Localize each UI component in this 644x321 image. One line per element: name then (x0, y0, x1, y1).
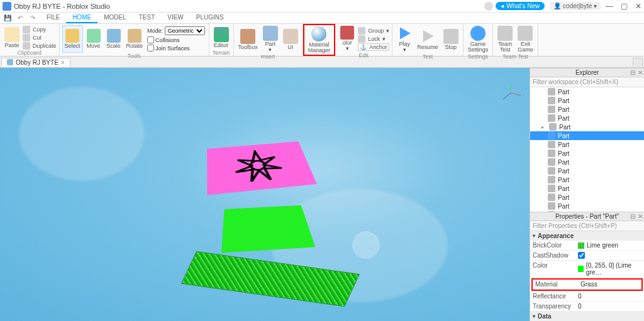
maximize-button[interactable]: ▢ (621, 2, 628, 11)
part-icon (548, 167, 555, 175)
green-part[interactable] (221, 205, 315, 253)
exit-game-button[interactable]: Exit Game (516, 25, 535, 53)
castshadow-checkbox[interactable] (578, 252, 585, 259)
tree-item-part[interactable]: Part (530, 175, 644, 184)
moon-icon (352, 231, 380, 259)
tree-item-part[interactable]: Part (530, 114, 644, 122)
document-tab-close[interactable]: × (61, 59, 65, 66)
viewport-3d[interactable] (0, 68, 530, 321)
part-icon (548, 202, 555, 210)
user-badge[interactable]: 👤 coderjbyte ▾ (550, 2, 601, 10)
group-button[interactable]: Group ▾ (358, 27, 389, 35)
app-icon (3, 2, 11, 11)
copy-button[interactable]: Copy (23, 26, 57, 33)
minimize-button[interactable]: — (606, 2, 613, 11)
explorer-tree[interactable]: PartPartPartPart▸PartPartPartPartPartPar… (530, 87, 644, 212)
properties-pin-icon[interactable]: ⊟ (630, 213, 635, 220)
qat-save-icon[interactable]: 💾 (3, 14, 13, 23)
qat-redo-icon[interactable]: ↷ (28, 14, 38, 23)
cut-button[interactable]: Cut (23, 34, 57, 41)
title-bar: Obby RJ BYTE - Roblox Studio ● What's Ne… (0, 0, 644, 13)
tree-item-part[interactable]: Part (530, 131, 644, 140)
tree-item-part[interactable]: ▸Part (530, 122, 644, 131)
tree-item-part[interactable]: Part (530, 166, 644, 175)
part-icon (548, 150, 555, 157)
mode-select[interactable]: Geometric (165, 26, 205, 35)
tree-item-part[interactable]: Part (530, 140, 644, 149)
properties-filter[interactable]: Filter Properties (Ctrl+Shift+P) (530, 221, 644, 231)
tree-item-part[interactable]: Part (530, 149, 644, 158)
resume-button[interactable]: Resume (415, 25, 440, 53)
team-test-button[interactable]: Team Test (496, 25, 514, 53)
collab-icon[interactable] (484, 2, 493, 11)
part-button[interactable]: Part▾ (261, 25, 280, 53)
anchor-button[interactable]: ⚓Anchor (358, 43, 389, 51)
explorer-header: Explorer ⊟ ✕ (530, 68, 644, 77)
explorer-close-icon[interactable]: ✕ (638, 69, 643, 76)
toolbox-button[interactable]: Toolbox (236, 25, 260, 53)
ribbon: Paste Copy Cut Duplicate Clipboard Selec… (0, 24, 644, 57)
svg-line-3 (503, 93, 511, 99)
pink-part[interactable] (207, 141, 317, 195)
menutab-view[interactable]: VIEW (161, 13, 190, 23)
menutab-file[interactable]: FILE (40, 13, 66, 23)
move-button[interactable]: Move (84, 25, 103, 53)
tree-item-part[interactable]: Part (530, 202, 644, 210)
tree-item-part[interactable]: Part (530, 105, 644, 114)
part-icon (548, 97, 555, 104)
part-icon (548, 88, 555, 95)
play-button[interactable]: Play▾ (395, 25, 414, 53)
close-button[interactable]: ✕ (635, 2, 641, 11)
tree-item-part[interactable]: Part (530, 158, 644, 166)
window-title: Obby RJ BYTE - Roblox Studio (14, 3, 484, 10)
tree-item-part[interactable]: Part (530, 184, 644, 193)
lock-button[interactable]: Lock ▾ (358, 35, 389, 43)
menu-bar: 💾 ↶ ↷ FILEHOMEMODELTESTVIEWPLUGINS (0, 13, 644, 24)
whats-new-button[interactable]: ● What's New (496, 2, 545, 10)
axis-gizmo[interactable] (498, 80, 523, 106)
viewport-layout-icon[interactable] (633, 58, 643, 67)
terrain-editor-button[interactable]: Editor (212, 25, 231, 50)
tree-item-part[interactable]: Part (530, 96, 644, 105)
game-settings-button[interactable]: Game Settings (466, 25, 491, 53)
data-section[interactable]: ▾Data (530, 312, 644, 321)
appearance-section[interactable]: ▾Appearance (530, 231, 644, 241)
prop-brickcolor[interactable]: BrickColorLime green (530, 241, 644, 251)
paste-button[interactable]: Paste (3, 25, 21, 50)
rotate-button[interactable]: Rotate (125, 25, 145, 53)
prop-reflectance[interactable]: Reflectance0 (530, 291, 644, 302)
menutab-home[interactable]: HOME (66, 13, 97, 23)
prop-material[interactable]: MaterialGrass (533, 280, 641, 290)
explorer-filter[interactable]: Filter workspace (Ctrl+Shift+X) (530, 77, 644, 87)
part-icon (548, 193, 555, 201)
part-icon (548, 185, 555, 192)
prop-color[interactable]: Color[0, 255, 0] (Lime gre… (530, 261, 644, 278)
material-manager-button[interactable]: Material Manager (306, 26, 333, 54)
prop-transparency[interactable]: Transparency0 (530, 302, 644, 312)
prop-castshadow[interactable]: CastShadow (530, 251, 644, 261)
part-icon (548, 132, 555, 139)
svg-line-1 (511, 93, 521, 95)
menutab-model[interactable]: MODEL (97, 13, 133, 23)
document-tab[interactable]: Obby RJ BYTE × (1, 58, 70, 67)
part-icon (548, 106, 555, 113)
menutab-test[interactable]: TEST (133, 13, 162, 23)
join-surfaces-checkbox[interactable]: Join Surfaces (147, 45, 205, 52)
explorer-pin-icon[interactable]: ⊟ (630, 69, 635, 76)
tree-item-part[interactable]: Part (530, 87, 644, 96)
part-icon (548, 176, 555, 183)
scale-button[interactable]: Scale (104, 25, 123, 53)
qat-undo-icon[interactable]: ↶ (15, 14, 25, 23)
ui-button[interactable]: UI (281, 25, 300, 53)
properties-close-icon[interactable]: ✕ (638, 213, 643, 220)
part-icon (548, 141, 555, 148)
properties-header: Properties - Part "Part" ⊟ ✕ (530, 212, 644, 221)
tree-item-part[interactable]: Part (530, 193, 644, 202)
stop-button[interactable]: Stop (441, 25, 460, 53)
duplicate-button[interactable]: Duplicate (23, 42, 57, 50)
collisions-checkbox[interactable]: Collisions (147, 36, 205, 43)
menutab-plugins[interactable]: PLUGINS (190, 13, 230, 23)
part-icon (548, 158, 555, 166)
select-button[interactable]: Select (62, 25, 83, 53)
color-button[interactable]: olor▾ (338, 25, 357, 52)
